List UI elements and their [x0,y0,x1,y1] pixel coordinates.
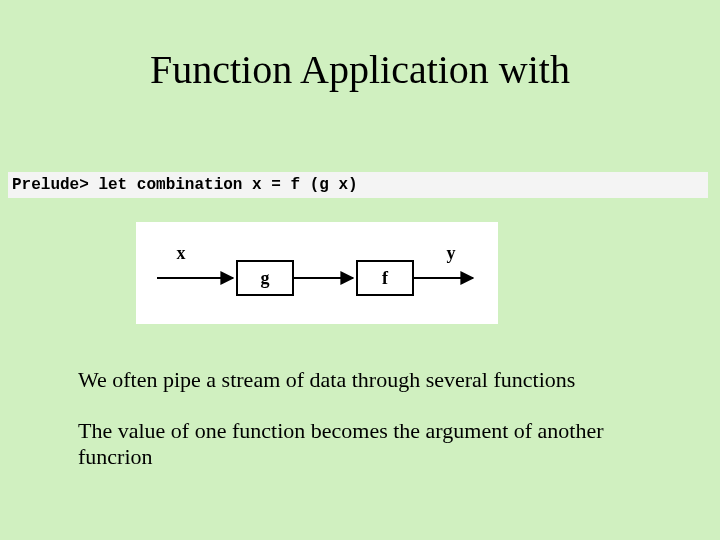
code-line: Prelude> let combination x = f (g x) [8,172,708,198]
slide: Function Application with Prelude> let c… [0,0,720,540]
pipeline-diagram: x g f y [136,222,498,324]
body-text-2: The value of one function becomes the ar… [78,418,648,471]
box-f-label: f [382,268,389,288]
body-text-1: We often pipe a stream of data through s… [78,367,648,393]
box-g-label: g [261,268,270,288]
slide-title: Function Application with [0,46,720,93]
diagram-output-label: y [447,243,456,263]
diagram-input-label: x [177,243,186,263]
